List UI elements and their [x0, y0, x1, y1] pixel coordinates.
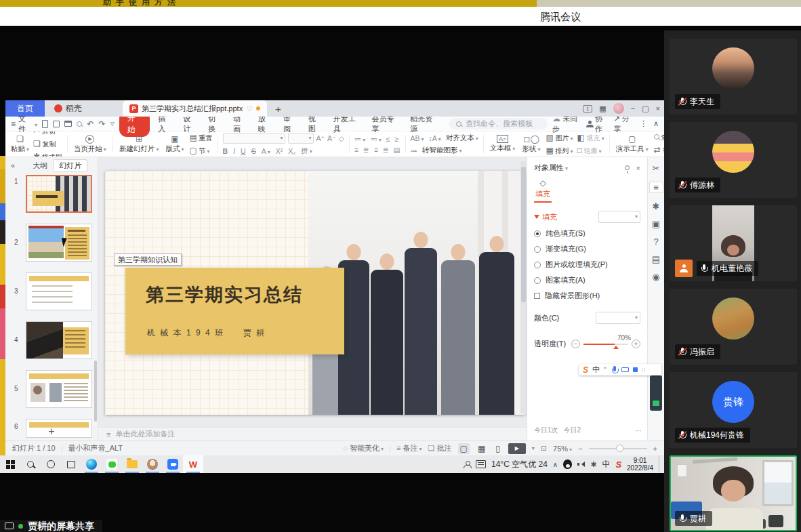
taskbar-search-button[interactable] — [20, 455, 41, 473]
arrange-button[interactable]: ▦ 排列 — [546, 146, 573, 156]
fit-icon[interactable]: ⊡ — [541, 444, 547, 453]
cut-button[interactable]: ✂ 剪切 — [33, 131, 62, 136]
file-menu[interactable]: ≡文件 — [11, 114, 37, 134]
fill-preview-select[interactable] — [598, 211, 640, 223]
taskbar-wps[interactable]: W — [183, 455, 203, 473]
pinyin-button[interactable]: 拼 — [301, 146, 312, 156]
bold-button[interactable]: B — [223, 147, 228, 155]
tab-slides[interactable]: 幻灯片 — [53, 159, 87, 172]
add-slide-button[interactable]: + — [5, 426, 98, 438]
panel-collapse-button[interactable]: « — [11, 161, 15, 169]
new-tab-button[interactable]: + — [275, 103, 281, 115]
menu-insert[interactable]: 插入 — [155, 114, 175, 134]
rail-icon-help[interactable]: ? — [653, 237, 658, 246]
outdent-button[interactable]: ≤ — [386, 135, 390, 143]
plus-icon[interactable]: + — [632, 340, 640, 348]
participant-tile[interactable]: 贵锋 机械194何贵锋 — [670, 372, 797, 448]
font-name-select[interactable] — [223, 133, 285, 144]
menu-view[interactable]: 视图 — [305, 114, 325, 134]
picture-button[interactable]: ▧ 图片 — [546, 133, 573, 143]
shape-button[interactable]: ◻◯形状 — [520, 134, 541, 154]
present-tools-button[interactable]: ▢演示工具 — [615, 134, 650, 154]
layout-switch-icon[interactable]: 1 — [583, 105, 592, 112]
numbering-button[interactable]: ≕ — [370, 135, 382, 143]
preview-icon[interactable] — [77, 121, 82, 127]
slideshow-play-button[interactable]: ▶ — [508, 443, 526, 454]
align-text-button[interactable]: 对齐文本 — [446, 134, 478, 143]
rail-icon-properties[interactable]: ≡ — [649, 182, 663, 193]
tray-expand-icon[interactable]: ∧ — [553, 461, 558, 468]
ime-lang-toggle[interactable]: 中 — [592, 365, 600, 375]
slide-editor[interactable]: 第三学期实习总结 机 械 本 1 9 4 班 贾 耕 — [105, 171, 525, 415]
share-button[interactable]: ↗ 分享 — [613, 114, 634, 134]
save-icon[interactable] — [53, 121, 60, 127]
fill-section-header[interactable]: 填充 — [534, 211, 640, 223]
font-shrink-button[interactable]: A⁻ — [327, 134, 336, 142]
menu-slideshow[interactable]: 放映 — [255, 114, 275, 134]
to-smartart-button[interactable]: 转智能图形 — [422, 146, 462, 155]
tab-outline[interactable]: 大纲 — [33, 161, 47, 171]
align-center-button[interactable]: ≣ — [363, 146, 369, 154]
option-gradient-fill[interactable]: 渐变填充(G) — [534, 244, 640, 254]
command-search-input[interactable]: 查找命令、搜索模板 — [449, 118, 548, 129]
rail-icon-effects[interactable]: ✱ — [653, 202, 660, 211]
line-spacing-button[interactable]: ↕A — [429, 134, 441, 142]
participant-tile[interactable]: 冯振启 — [670, 289, 797, 365]
rail-icon-1[interactable]: ✂ — [653, 164, 660, 173]
comments-button[interactable]: ❏ 批注 — [428, 443, 452, 453]
copy-button[interactable]: ❏ 复制 — [33, 139, 62, 149]
bullets-button[interactable]: ≔ — [354, 135, 366, 143]
more-menu-icon[interactable]: ⋮ — [640, 119, 647, 128]
sync-status[interactable]: ☁ 未同步 — [552, 114, 580, 134]
ime-mic-icon[interactable] — [611, 365, 617, 374]
italic-button[interactable]: I — [233, 147, 235, 155]
ime-keyboard-icon[interactable] — [621, 367, 629, 372]
close-button[interactable]: × — [656, 104, 660, 112]
minimize-button[interactable]: − — [631, 104, 635, 112]
paste-button[interactable]: ❏粘贴 — [9, 134, 30, 154]
title-textbox[interactable]: 第三学期实习总结 机 械 本 1 9 4 班 贾 耕 — [125, 268, 344, 354]
panel-scrollbar[interactable] — [94, 361, 97, 422]
print-icon[interactable] — [64, 121, 72, 127]
slide-thumb-2[interactable] — [26, 224, 92, 262]
redo-icon[interactable]: ↷ — [98, 119, 105, 129]
participant-tile[interactable]: 李天生 — [670, 39, 797, 115]
collapse-ribbon-icon[interactable]: ∧ — [653, 119, 659, 128]
play-options-icon[interactable]: ▾ — [532, 445, 535, 451]
slide-thumb-1[interactable] — [26, 175, 92, 213]
text-direction-button[interactable]: AB — [411, 134, 424, 142]
zoom-level[interactable]: 75% — [553, 445, 572, 453]
tab-docer[interactable]: 稻壳 — [45, 103, 91, 115]
canvas-scrollbar[interactable] — [520, 161, 526, 413]
participant-tile-active-speaker[interactable]: 贾耕 — [670, 455, 797, 531]
show-desktop-button[interactable] — [659, 455, 662, 473]
slide-thumb-4[interactable] — [26, 321, 92, 359]
ime-logo[interactable]: S — [583, 365, 588, 375]
tab-document[interactable]: P 第三学期实习总结汇报ppt.pptx ♡ — [123, 100, 267, 117]
menu-design[interactable]: 设计 — [180, 114, 200, 134]
indent-button[interactable]: ≥ — [395, 135, 399, 143]
justify-button[interactable]: ≣ — [383, 146, 389, 154]
participant-tile[interactable]: 傅源林 — [670, 122, 797, 198]
section-button[interactable]: ▢ 节 — [189, 146, 212, 156]
slide-thumb-5[interactable] — [26, 370, 92, 408]
new-slide-button[interactable]: ⊞新建幻灯片 — [118, 134, 161, 154]
rail-icon-notes[interactable]: ▤ — [652, 255, 660, 264]
news-widget-icon[interactable] — [476, 460, 486, 468]
pin-icon[interactable] — [625, 165, 630, 170]
option-picture-fill[interactable]: 图片或纹理填充(P) — [534, 260, 640, 270]
start-button[interactable] — [0, 455, 20, 473]
view-sorter-icon[interactable]: ▦ — [476, 443, 487, 454]
fill-tab[interactable]: ◇ 填充 — [534, 178, 552, 203]
zoom-out-button[interactable]: − — [578, 445, 582, 453]
tab-home[interactable]: 首页 — [5, 100, 45, 117]
align-left-button[interactable]: ≡ — [354, 146, 358, 154]
underline-button[interactable]: U — [241, 147, 246, 155]
meet-now-icon[interactable] — [464, 461, 470, 468]
task-view-button[interactable] — [61, 455, 81, 473]
font-size-select[interactable] — [288, 133, 314, 144]
ime-mode-indicator[interactable]: 中 — [602, 459, 610, 470]
meeting-toolbar-handle[interactable] — [650, 375, 662, 411]
ime-grid-icon[interactable]: ∷ — [642, 367, 646, 373]
menu-animation[interactable]: 动画 — [230, 114, 250, 134]
